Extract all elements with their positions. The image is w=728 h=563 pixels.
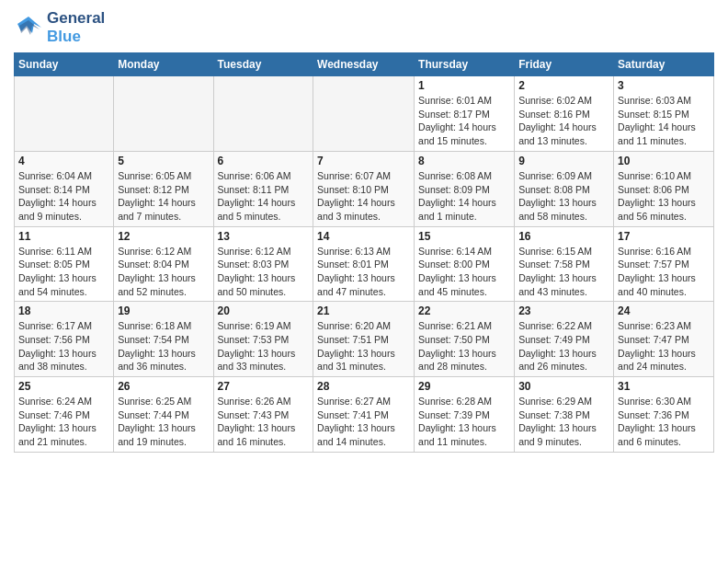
day-number: 25 [18,380,109,393]
empty-cell [114,76,213,152]
day-number: 22 [418,304,510,317]
day-cell-17: 17Sunrise: 6:16 AMSunset: 7:57 PMDayligh… [614,226,714,302]
day-detail: Sunrise: 6:28 AMSunset: 7:39 PMDaylight:… [418,395,510,449]
day-cell-1: 1Sunrise: 6:01 AMSunset: 8:17 PMDaylight… [415,76,515,152]
day-cell-7: 7Sunrise: 6:07 AMSunset: 8:10 PMDaylight… [313,151,415,226]
day-detail: Sunrise: 6:01 AMSunset: 8:17 PMDaylight:… [418,94,510,148]
day-detail: Sunrise: 6:20 AMSunset: 7:51 PMDaylight:… [317,319,410,373]
day-number: 24 [618,304,710,317]
calendar-table: SundayMondayTuesdayWednesdayThursdayFrid… [14,52,714,453]
calendar-week-4: 18Sunrise: 6:17 AMSunset: 7:56 PMDayligh… [15,302,714,377]
day-detail: Sunrise: 6:04 AMSunset: 8:14 PMDaylight:… [18,169,109,224]
day-detail: Sunrise: 6:27 AMSunset: 7:41 PMDaylight:… [317,395,410,449]
day-number: 9 [518,155,609,167]
calendar-week-1: 1Sunrise: 6:01 AMSunset: 8:17 PMDaylight… [15,76,714,152]
day-detail: Sunrise: 6:12 AMSunset: 8:04 PMDaylight:… [118,245,209,299]
empty-cell [213,76,313,152]
day-number: 29 [418,380,510,393]
day-detail: Sunrise: 6:19 AMSunset: 7:53 PMDaylight:… [218,319,310,373]
day-number: 26 [118,380,209,393]
day-detail: Sunrise: 6:14 AMSunset: 8:00 PMDaylight:… [418,245,510,299]
day-number: 1 [418,79,510,92]
calendar-week-3: 11Sunrise: 6:11 AMSunset: 8:05 PMDayligh… [15,226,714,302]
day-cell-3: 3Sunrise: 6:03 AMSunset: 8:15 PMDaylight… [614,76,714,152]
calendar-header-row: SundayMondayTuesdayWednesdayThursdayFrid… [15,53,714,76]
day-detail: Sunrise: 6:02 AMSunset: 8:16 PMDaylight:… [518,94,609,148]
day-detail: Sunrise: 6:07 AMSunset: 8:10 PMDaylight:… [317,169,410,224]
day-cell-28: 28Sunrise: 6:27 AMSunset: 7:41 PMDayligh… [313,377,415,453]
day-number: 31 [618,380,710,393]
day-header-thursday: Thursday [415,53,515,76]
day-number: 10 [618,155,710,167]
day-detail: Sunrise: 6:25 AMSunset: 7:44 PMDaylight:… [118,395,209,449]
day-cell-6: 6Sunrise: 6:06 AMSunset: 8:11 PMDaylight… [213,151,313,226]
day-cell-11: 11Sunrise: 6:11 AMSunset: 8:05 PMDayligh… [15,226,114,302]
empty-cell [313,76,415,152]
day-number: 3 [618,79,710,92]
day-cell-5: 5Sunrise: 6:05 AMSunset: 8:12 PMDaylight… [114,151,213,226]
day-cell-2: 2Sunrise: 6:02 AMSunset: 8:16 PMDaylight… [515,76,614,152]
day-detail: Sunrise: 6:08 AMSunset: 8:09 PMDaylight:… [418,169,510,224]
day-detail: Sunrise: 6:17 AMSunset: 7:56 PMDaylight:… [18,319,109,373]
day-detail: Sunrise: 6:05 AMSunset: 8:12 PMDaylight:… [118,169,209,224]
day-number: 15 [418,230,510,243]
day-number: 17 [618,230,710,243]
day-number: 18 [18,304,109,317]
day-number: 21 [317,304,410,317]
day-number: 30 [518,380,609,393]
day-header-tuesday: Tuesday [213,53,313,76]
page-header: General Blue [14,9,714,45]
day-cell-19: 19Sunrise: 6:18 AMSunset: 7:54 PMDayligh… [114,302,213,377]
day-cell-9: 9Sunrise: 6:09 AMSunset: 8:08 PMDaylight… [515,151,614,226]
day-number: 20 [218,304,310,317]
day-detail: Sunrise: 6:23 AMSunset: 7:47 PMDaylight:… [618,319,710,373]
day-cell-29: 29Sunrise: 6:28 AMSunset: 7:39 PMDayligh… [415,377,515,453]
day-cell-13: 13Sunrise: 6:12 AMSunset: 8:03 PMDayligh… [213,226,313,302]
day-cell-21: 21Sunrise: 6:20 AMSunset: 7:51 PMDayligh… [313,302,415,377]
day-cell-16: 16Sunrise: 6:15 AMSunset: 7:58 PMDayligh… [515,226,614,302]
day-header-wednesday: Wednesday [313,53,415,76]
day-cell-8: 8Sunrise: 6:08 AMSunset: 8:09 PMDaylight… [415,151,515,226]
day-detail: Sunrise: 6:18 AMSunset: 7:54 PMDaylight:… [118,319,209,373]
day-detail: Sunrise: 6:12 AMSunset: 8:03 PMDaylight:… [218,245,310,299]
day-number: 2 [518,79,609,92]
day-number: 5 [118,155,209,167]
day-number: 6 [218,155,310,167]
day-cell-10: 10Sunrise: 6:10 AMSunset: 8:06 PMDayligh… [614,151,714,226]
day-cell-25: 25Sunrise: 6:24 AMSunset: 7:46 PMDayligh… [15,377,114,453]
day-number: 14 [317,230,410,243]
day-detail: Sunrise: 6:09 AMSunset: 8:08 PMDaylight:… [518,169,609,224]
day-cell-31: 31Sunrise: 6:30 AMSunset: 7:36 PMDayligh… [614,377,714,453]
day-cell-30: 30Sunrise: 6:29 AMSunset: 7:38 PMDayligh… [515,377,614,453]
day-number: 7 [317,155,410,167]
day-detail: Sunrise: 6:30 AMSunset: 7:36 PMDaylight:… [618,395,710,449]
day-cell-18: 18Sunrise: 6:17 AMSunset: 7:56 PMDayligh… [15,302,114,377]
day-header-friday: Friday [515,53,614,76]
day-detail: Sunrise: 6:13 AMSunset: 8:01 PMDaylight:… [317,245,410,299]
day-cell-14: 14Sunrise: 6:13 AMSunset: 8:01 PMDayligh… [313,226,415,302]
day-detail: Sunrise: 6:16 AMSunset: 7:57 PMDaylight:… [618,245,710,299]
day-number: 16 [518,230,609,243]
day-number: 27 [218,380,310,393]
day-header-monday: Monday [114,53,213,76]
day-number: 19 [118,304,209,317]
day-number: 23 [518,304,609,317]
logo: General Blue [14,9,105,45]
day-cell-20: 20Sunrise: 6:19 AMSunset: 7:53 PMDayligh… [213,302,313,377]
empty-cell [15,76,114,152]
day-header-saturday: Saturday [614,53,714,76]
day-header-sunday: Sunday [15,53,114,76]
day-detail: Sunrise: 6:22 AMSunset: 7:49 PMDaylight:… [518,319,609,373]
day-detail: Sunrise: 6:10 AMSunset: 8:06 PMDaylight:… [618,169,710,224]
day-detail: Sunrise: 6:03 AMSunset: 8:15 PMDaylight:… [618,94,710,148]
day-cell-23: 23Sunrise: 6:22 AMSunset: 7:49 PMDayligh… [515,302,614,377]
day-number: 28 [317,380,410,393]
day-detail: Sunrise: 6:24 AMSunset: 7:46 PMDaylight:… [18,395,109,449]
calendar-week-2: 4Sunrise: 6:04 AMSunset: 8:14 PMDaylight… [15,151,714,226]
day-number: 12 [118,230,209,243]
logo-text: General Blue [47,9,105,45]
day-cell-15: 15Sunrise: 6:14 AMSunset: 8:00 PMDayligh… [415,226,515,302]
day-detail: Sunrise: 6:21 AMSunset: 7:50 PMDaylight:… [418,319,510,373]
day-number: 4 [18,155,109,167]
day-detail: Sunrise: 6:26 AMSunset: 7:43 PMDaylight:… [218,395,310,449]
